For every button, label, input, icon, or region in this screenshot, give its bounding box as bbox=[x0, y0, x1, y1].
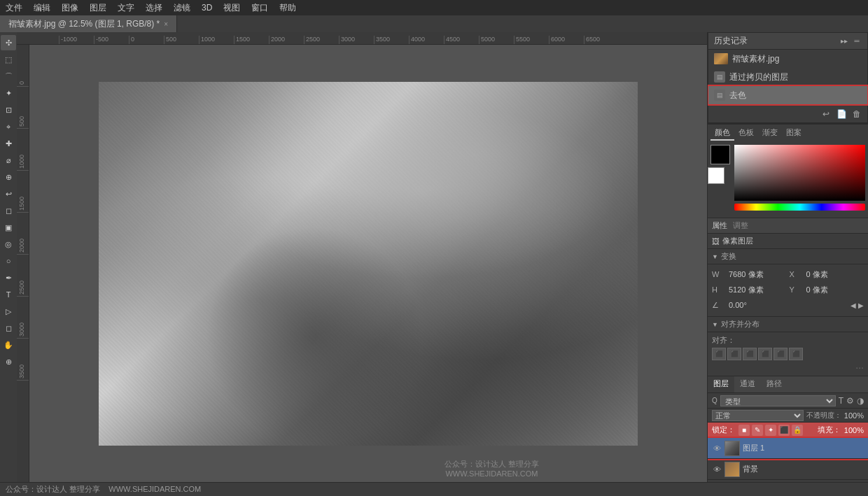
adjustments-tab[interactable]: 调整 bbox=[733, 220, 748, 231]
layer-type-icon: 🖼 bbox=[712, 237, 720, 246]
canvas-body: 0 500 1000 1500 2000 2500 3000 3500 公众号：… bbox=[17, 45, 707, 482]
color-tab-gradient[interactable]: 渐变 bbox=[758, 126, 782, 141]
properties-tab-active[interactable]: 属性 bbox=[712, 220, 727, 231]
color-spectrum-bar[interactable] bbox=[734, 204, 865, 211]
history-expand-button[interactable]: ▸▸ bbox=[839, 36, 849, 46]
layers-tab-channels[interactable]: 通道 bbox=[734, 376, 761, 392]
workspace: ✣ ⬚ ⌒ ✦ ⊡ ⌖ ✚ ⌀ ⊕ ↩ ◻ ▣ ◎ ○ ✒ T ▷ ◻ ✋ ⊕ … bbox=[0, 32, 868, 482]
layer-filter-icon-T[interactable]: T bbox=[839, 396, 844, 406]
history-brush-tool[interactable]: ↩ bbox=[1, 186, 16, 201]
history-item-1[interactable]: 褶皱素材.jpg bbox=[708, 50, 867, 68]
history-item-2[interactable]: ▤ 通过拷贝的图层 bbox=[708, 68, 867, 86]
magic-wand-tool[interactable]: ✦ bbox=[1, 85, 16, 101]
menu-edit[interactable]: 编辑 bbox=[34, 2, 50, 14]
blend-mode-row: 正常 不透明度： 100% bbox=[708, 409, 868, 423]
lock-position-button[interactable]: ✦ bbox=[765, 425, 776, 436]
tab-close-button[interactable]: × bbox=[164, 20, 168, 28]
stamp-tool[interactable]: ⊕ bbox=[1, 169, 16, 185]
eraser-tool[interactable]: ◻ bbox=[1, 203, 16, 218]
history-item-3[interactable]: ▤ 去色 bbox=[708, 86, 867, 104]
menu-help[interactable]: 帮助 bbox=[279, 2, 296, 14]
menu-filter[interactable]: 滤镜 bbox=[174, 2, 190, 14]
ruler-mark: 1000 bbox=[199, 36, 234, 44]
align-left-button[interactable]: ⬛ bbox=[712, 348, 726, 360]
ruler-mark: 2500 bbox=[304, 36, 339, 44]
select-tool[interactable]: ⬚ bbox=[1, 52, 16, 67]
align-center-v-button[interactable]: ⬛ bbox=[774, 348, 788, 360]
document-tab[interactable]: 褶皱素材.jpg @ 12.5% (图层 1, RGB/8) * × bbox=[0, 15, 177, 32]
history-collapse-button[interactable]: ═ bbox=[852, 36, 862, 46]
history-icon-3: ▤ bbox=[714, 90, 725, 101]
align-top-button[interactable]: ⬛ bbox=[758, 348, 772, 360]
delete-history-button[interactable]: 🗑 bbox=[850, 108, 863, 120]
menu-file[interactable]: 文件 bbox=[6, 2, 22, 14]
zoom-tool[interactable]: ⊕ bbox=[1, 354, 16, 369]
color-tab-swatch[interactable]: 色板 bbox=[734, 126, 758, 141]
lasso-tool[interactable]: ⌒ bbox=[1, 69, 16, 84]
menu-image[interactable]: 图像 bbox=[62, 2, 78, 14]
layer-item-background[interactable]: 👁 背景 bbox=[708, 459, 868, 480]
path-select-tool[interactable]: ▷ bbox=[1, 304, 16, 319]
more-options-icon[interactable]: ··· bbox=[712, 362, 864, 373]
layer-filter-icon-fx[interactable]: ⚙ bbox=[846, 396, 854, 406]
menu-window[interactable]: 窗口 bbox=[251, 2, 268, 14]
fill-value: 100% bbox=[844, 426, 864, 434]
blur-tool[interactable]: ◎ bbox=[1, 236, 16, 252]
ruler-mark-v: 2000 bbox=[17, 213, 29, 255]
brush-tool[interactable]: ⌀ bbox=[1, 153, 16, 168]
width-value: 7680 像素 bbox=[729, 269, 787, 280]
menu-bar: 文件 编辑 图像 图层 文字 选择 滤镜 3D 视图 窗口 帮助 bbox=[0, 0, 868, 15]
layer-filter-icon-adj[interactable]: ◑ bbox=[857, 396, 864, 406]
width-label: W bbox=[712, 270, 726, 278]
lock-all-button[interactable]: 🔒 bbox=[792, 425, 803, 436]
main-canvas[interactable]: 公众号：设计达人 整理分享 WWW.SHEJIDAREN.COM bbox=[29, 45, 707, 482]
pen-tool[interactable]: ✒ bbox=[1, 270, 16, 285]
move-tool[interactable]: ✣ bbox=[1, 35, 16, 50]
crop-tool[interactable]: ⊡ bbox=[1, 102, 16, 118]
ruler-mark: 4500 bbox=[444, 36, 479, 44]
blend-mode-select[interactable]: 正常 bbox=[712, 410, 804, 421]
color-tab-pattern[interactable]: 图案 bbox=[782, 126, 806, 141]
hand-tool[interactable]: ✋ bbox=[1, 337, 16, 353]
eyedropper-tool[interactable]: ⌖ bbox=[1, 119, 16, 134]
menu-layer[interactable]: 图层 bbox=[90, 2, 106, 14]
history-icon-2: ▤ bbox=[714, 71, 725, 83]
type-tool[interactable]: T bbox=[1, 287, 16, 302]
align-bottom-button[interactable]: ⬛ bbox=[789, 348, 803, 360]
gradient-tool[interactable]: ▣ bbox=[1, 220, 16, 235]
shape-tool[interactable]: ◻ bbox=[1, 320, 16, 336]
color-tab-color[interactable]: 颜色 bbox=[710, 126, 734, 141]
menu-3d[interactable]: 3D bbox=[202, 3, 212, 13]
new-document-from-state-button[interactable]: 📄 bbox=[835, 108, 848, 120]
align-center-h-button[interactable]: ⬛ bbox=[727, 348, 741, 360]
transform-section-header[interactable]: ▼ 变换 bbox=[708, 249, 868, 264]
transform-title: 变换 bbox=[721, 251, 736, 262]
lock-artboard-button[interactable]: ⬛ bbox=[778, 425, 790, 436]
layer-item-1[interactable]: 👁 图层 1 bbox=[708, 438, 868, 459]
heal-tool[interactable]: ✚ bbox=[1, 136, 16, 151]
menu-view[interactable]: 视图 bbox=[223, 2, 240, 14]
canvas-area: -1000 -500 0 500 1000 1500 2000 2500 300… bbox=[17, 32, 707, 482]
menu-type[interactable]: 文字 bbox=[118, 2, 134, 14]
align-section-header[interactable]: ▼ 对齐并分布 bbox=[708, 317, 868, 332]
lock-pixels-button[interactable]: ✎ bbox=[752, 425, 763, 436]
layer-visibility-1[interactable]: 👁 bbox=[712, 444, 722, 453]
lock-transparent-button[interactable]: ■ bbox=[738, 425, 750, 436]
layer-visibility-bg[interactable]: 👁 bbox=[712, 465, 722, 474]
y-value: 0 像素 bbox=[806, 285, 864, 295]
history-panel-title: 历史记录 bbox=[714, 35, 748, 47]
align-right-button[interactable]: ⬛ bbox=[743, 348, 757, 360]
new-snapshot-button[interactable]: ↩ bbox=[820, 108, 832, 120]
dodge-tool[interactable]: ○ bbox=[1, 253, 16, 269]
expand-icon[interactable]: ◀ ▶ bbox=[850, 302, 864, 309]
layer-type-filter[interactable]: 类型 bbox=[720, 395, 836, 406]
ruler-marks-top: -1000 -500 0 500 1000 1500 2000 2500 300… bbox=[17, 32, 619, 44]
foreground-swatch[interactable] bbox=[710, 145, 730, 164]
layers-tab-paths[interactable]: 路径 bbox=[761, 376, 788, 392]
background-swatch[interactable] bbox=[708, 167, 724, 184]
align-section-body: 对齐： ⬛ ⬛ ⬛ ⬛ ⬛ ⬛ ··· bbox=[708, 332, 868, 376]
layers-tab-layers[interactable]: 图层 bbox=[708, 376, 734, 392]
menu-select[interactable]: 选择 bbox=[146, 2, 162, 14]
color-gradient-box[interactable] bbox=[734, 145, 865, 201]
width-row: W 7680 像素 X 0 像素 bbox=[712, 267, 864, 281]
